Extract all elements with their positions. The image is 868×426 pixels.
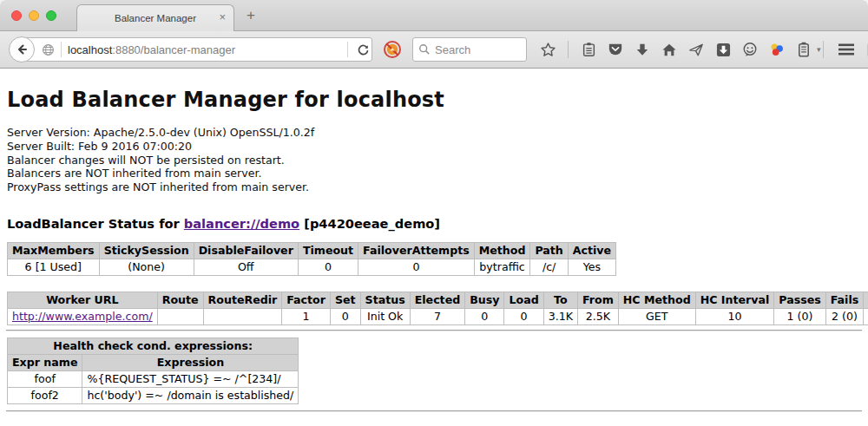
balancer-demo-link[interactable]: balancer://demo (184, 216, 299, 231)
col-timeout: Timeout (298, 242, 358, 259)
col-path: Path (530, 242, 568, 259)
close-tab-icon[interactable]: × (219, 11, 226, 23)
url-bar[interactable]: localhost:8880/balancer-manager (22, 37, 372, 62)
col-disablefailover: DisableFailover (194, 242, 298, 259)
feedback-smiley-icon[interactable] (741, 41, 759, 58)
col-load: Load (504, 292, 543, 308)
browser-window: Balancer Manager × + localhost:8880/bala… (0, 0, 868, 426)
col-factor: Factor (282, 292, 331, 308)
cell-active: Yes (568, 259, 615, 275)
col-hc-method: HC Method (618, 292, 695, 308)
sidebar-clipboard-icon[interactable] (580, 41, 597, 58)
cell-passes: 1 (0) (774, 308, 825, 324)
table-row: 6 [1 Used] (None) Off 0 0 bytraffic /c/ … (8, 259, 616, 275)
cell-expression: hc('body') =~ /domain is established/ (82, 387, 299, 403)
search-icon (418, 43, 431, 56)
cell-to: 3.1K (543, 308, 577, 324)
page-title: Load Balancer Manager for localhost (7, 69, 861, 112)
cell-routeredir (203, 308, 282, 324)
status-prefix: LoadBalancer Status for (7, 216, 184, 231)
col-status: Status (360, 292, 410, 308)
cell-disablefailover: Off (194, 259, 298, 275)
worker-table: Worker URL Route RouteRedir Factor Set S… (7, 292, 868, 325)
persist-notice-line: Balancer changes will NOT be persisted o… (7, 154, 861, 167)
minimize-window-button[interactable] (29, 10, 39, 21)
cell-route (157, 308, 203, 324)
server-built-line: Server Built: Feb 9 2016 07:00:20 (7, 140, 861, 154)
table-row: foof2 hc('body') =~ /domain is establish… (8, 387, 299, 403)
server-info: Server Version: Apache/2.5.0-dev (Unix) … (7, 126, 861, 194)
col-passes: Passes (774, 292, 825, 308)
col-to: To (543, 292, 577, 308)
cell-path: /c/ (530, 259, 568, 275)
menu-group (821, 41, 868, 58)
proxypass-notice-line: ProxyPass settings are NOT inherited fro… (7, 180, 861, 194)
col-method: Method (474, 242, 530, 259)
globe-icon (42, 43, 55, 56)
colored-dots-extension-icon[interactable] (768, 41, 786, 58)
cell-load: 0 (504, 308, 543, 324)
bookmark-star-icon[interactable] (539, 41, 556, 58)
table-row: foof %{REQUEST_STATUS} =~ /^[234]/ (8, 370, 299, 387)
toolbar-icons: ▾ (539, 41, 821, 58)
table-header-row: Worker URL Route RouteRedir Factor Set S… (8, 292, 868, 308)
menu-separator (823, 41, 824, 58)
zoom-window-button[interactable] (46, 10, 56, 21)
toolbar-separator (568, 41, 569, 58)
col-from: From (577, 292, 618, 308)
navigation-toolbar: localhost:8880/balancer-manager (0, 31, 868, 69)
cell-factor: 1 (282, 308, 331, 324)
col-expr-name: Expr name (8, 354, 82, 370)
col-set: Set (330, 292, 360, 308)
server-version-line: Server Version: Apache/2.5.0-dev (Unix) … (7, 126, 861, 140)
col-worker-url: Worker URL (8, 292, 158, 308)
loadbalancer-status-heading: LoadBalancer Status for balancer://demo … (7, 216, 861, 231)
home-icon[interactable] (661, 41, 678, 58)
container-battery-icon[interactable] (795, 41, 812, 58)
health-table-title: Health check cond. expressions: (8, 338, 299, 354)
search-input[interactable] (435, 43, 513, 56)
cell-set: 0 (330, 308, 360, 324)
extension-download-icon[interactable] (714, 41, 732, 58)
close-window-button[interactable] (11, 10, 22, 21)
col-expression: Expression (82, 354, 299, 370)
cell-expression: %{REQUEST_STATUS} =~ /^[234]/ (82, 370, 299, 387)
url-text[interactable]: localhost:8880/balancer-manager (68, 43, 341, 56)
window-controls (11, 10, 56, 21)
search-bar[interactable] (412, 37, 527, 62)
reload-button[interactable] (354, 41, 372, 58)
downloads-icon[interactable] (634, 41, 651, 58)
col-active: Active (568, 242, 615, 259)
cell-expr-name: foof2 (8, 387, 82, 403)
col-stickysession: StickySession (99, 242, 194, 259)
divider (6, 330, 862, 331)
blocked-plugin-icon[interactable] (383, 40, 402, 59)
tab-balancer-manager[interactable]: Balancer Manager × (76, 4, 234, 31)
new-tab-button[interactable]: + (247, 7, 255, 24)
table-title-row: Health check cond. expressions: (8, 338, 299, 354)
col-fails: Fails (825, 292, 864, 308)
back-button[interactable] (9, 36, 35, 62)
url-domain: localhost (68, 43, 112, 56)
hamburger-menu-icon[interactable] (838, 41, 855, 58)
cell-hc-uri (864, 308, 868, 324)
cell-stickysession: (None) (99, 259, 194, 275)
cell-timeout: 0 (298, 259, 358, 275)
cell-expr-name: foof (8, 370, 82, 387)
divider-bottom (6, 410, 862, 412)
tab-title: Balancer Manager (115, 13, 196, 23)
inherit-notice-line: Balancers are NOT inherited from main se… (7, 167, 861, 180)
cell-fails: 2 (0) (825, 308, 864, 324)
cell-maxmembers: 6 [1 Used] (8, 259, 100, 275)
cell-from: 2.5K (577, 308, 618, 324)
cell-busy: 0 (465, 308, 504, 324)
col-routeredir: RouteRedir (203, 292, 282, 308)
worker-url-link[interactable]: http://www.example.com/ (12, 310, 153, 323)
col-hc-uri: HC uri (864, 292, 868, 308)
table-row: http://www.example.com/ 1 0 Init Ok 7 0 … (8, 308, 868, 324)
balancer-summary-table: MaxMembers StickySession DisableFailover… (7, 242, 616, 276)
back-arrow-icon (15, 43, 29, 56)
pocket-icon[interactable] (607, 41, 624, 58)
send-tab-icon[interactable] (687, 41, 705, 58)
cell-hc-interval: 10 (695, 308, 774, 324)
